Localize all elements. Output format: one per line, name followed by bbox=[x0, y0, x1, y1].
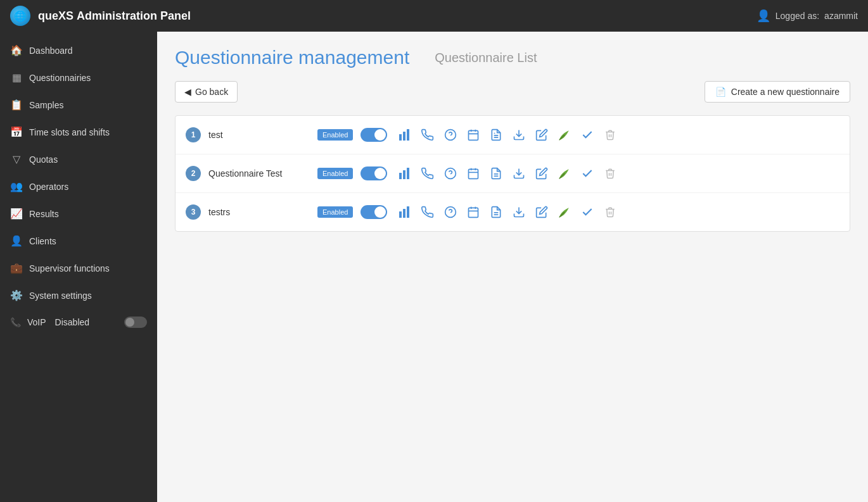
leaf-icon[interactable] bbox=[554, 163, 575, 184]
sidebar-item-label: Time slots and shifts bbox=[29, 127, 147, 137]
notes-icon[interactable] bbox=[486, 125, 506, 145]
sidebar-item-clients[interactable]: 👤 Clients bbox=[0, 227, 157, 254]
notes-icon[interactable] bbox=[486, 163, 506, 184]
delete-icon[interactable] bbox=[600, 202, 620, 222]
row-number: 1 bbox=[186, 127, 201, 142]
voip-item: 📞 VoIP Disabled bbox=[0, 309, 157, 336]
svg-rect-27 bbox=[403, 209, 405, 218]
sidebar-item-label: System settings bbox=[29, 291, 147, 301]
edit-icon[interactable] bbox=[532, 163, 552, 184]
check-icon[interactable] bbox=[577, 125, 597, 145]
sidebar-item-questionnaires[interactable]: ▦ Questionnairies bbox=[0, 64, 157, 91]
row-number: 2 bbox=[186, 166, 201, 181]
delete-icon[interactable] bbox=[600, 125, 620, 145]
sidebar-item-quotas[interactable]: ▽ Quotas bbox=[0, 146, 157, 173]
calendar-icon[interactable] bbox=[463, 163, 483, 184]
supervisor-icon: 💼 bbox=[10, 262, 23, 274]
help-icon[interactable] bbox=[440, 202, 461, 222]
svg-rect-15 bbox=[407, 168, 409, 179]
voip-status: Disabled bbox=[55, 317, 89, 327]
svg-rect-28 bbox=[407, 206, 409, 218]
header-right: 👤 Logged as: azammit bbox=[756, 9, 858, 23]
sidebar-item-dashboard[interactable]: 🏠 Dashboard bbox=[0, 37, 157, 64]
page-subtitle: Questionnaire List bbox=[435, 51, 537, 65]
check-icon[interactable] bbox=[577, 163, 597, 184]
page-title: Questionnaire management bbox=[175, 47, 409, 68]
questionnaire-name: testrs bbox=[208, 207, 310, 217]
svg-rect-26 bbox=[399, 211, 402, 218]
sidebar-item-supervisor[interactable]: 💼 Supervisor functions bbox=[0, 254, 157, 282]
sidebar-item-label: Dashboard bbox=[29, 46, 147, 56]
svg-rect-13 bbox=[399, 173, 402, 179]
operators-icon: 👥 bbox=[10, 180, 23, 192]
timeslots-icon: 📅 bbox=[10, 126, 23, 138]
sidebar-item-timeslots[interactable]: 📅 Time slots and shifts bbox=[0, 118, 157, 146]
user-icon: 👤 bbox=[756, 9, 770, 23]
sidebar-item-label: Clients bbox=[29, 236, 147, 246]
edit-icon[interactable] bbox=[532, 202, 552, 222]
status-badge: Enabled bbox=[317, 206, 353, 218]
statistics-icon[interactable] bbox=[395, 202, 415, 222]
sidebar-item-samples[interactable]: 📋 Samples bbox=[0, 91, 157, 118]
help-icon[interactable] bbox=[440, 125, 461, 145]
main-content: Questionnaire management Questionnaire L… bbox=[157, 32, 868, 502]
svg-rect-31 bbox=[469, 208, 478, 217]
voip-label: VoIP bbox=[27, 317, 46, 327]
status-badge: Enabled bbox=[317, 129, 353, 141]
statistics-icon[interactable] bbox=[395, 125, 415, 145]
svg-rect-2 bbox=[407, 129, 409, 141]
table-row: 3 testrs Enabled bbox=[176, 193, 850, 231]
questionnaire-name: test bbox=[208, 130, 310, 140]
download-icon[interactable] bbox=[509, 125, 529, 145]
go-back-label: Go back bbox=[195, 87, 228, 97]
create-questionnaire-button[interactable]: 📄 Create a new questionnaire bbox=[705, 81, 850, 103]
download-icon[interactable] bbox=[509, 163, 529, 184]
phone-icon[interactable] bbox=[418, 202, 438, 222]
help-icon[interactable] bbox=[440, 163, 461, 184]
create-btn-label: Create a new questionnaire bbox=[731, 87, 839, 97]
go-back-button[interactable]: ◀ Go back bbox=[175, 81, 238, 103]
sidebar-item-system[interactable]: ⚙️ System settings bbox=[0, 282, 157, 309]
logged-as-label: Logged as: bbox=[775, 11, 819, 21]
enable-toggle[interactable] bbox=[361, 166, 387, 180]
questionnaire-table: 1 test Enabled bbox=[175, 115, 850, 232]
edit-icon[interactable] bbox=[532, 125, 552, 145]
calendar-icon[interactable] bbox=[463, 125, 483, 145]
row-number: 3 bbox=[186, 204, 201, 220]
phone-icon[interactable] bbox=[418, 125, 438, 145]
leaf-icon[interactable] bbox=[554, 202, 575, 222]
toolbar: ◀ Go back 📄 Create a new questionnaire bbox=[175, 81, 850, 103]
table-row: 1 test Enabled bbox=[176, 116, 850, 154]
globe-icon: 🌐 bbox=[10, 6, 30, 26]
voip-toggle[interactable] bbox=[124, 317, 147, 328]
enable-toggle[interactable] bbox=[361, 128, 387, 142]
sidebar-item-label: Quotas bbox=[29, 154, 147, 165]
header-title: queXS Administration Panel bbox=[38, 9, 191, 23]
sidebar: 🏠 Dashboard ▦ Questionnairies 📋 Samples … bbox=[0, 32, 157, 502]
download-icon[interactable] bbox=[509, 202, 529, 222]
delete-icon[interactable] bbox=[600, 163, 620, 184]
notes-icon[interactable] bbox=[486, 202, 506, 222]
phone-icon[interactable] bbox=[418, 163, 438, 184]
leaf-icon[interactable] bbox=[554, 125, 575, 145]
action-buttons bbox=[395, 125, 839, 145]
voip-icon: 📞 bbox=[10, 317, 21, 327]
action-buttons bbox=[395, 163, 839, 184]
header-left: 🌐 queXS Administration Panel bbox=[10, 6, 191, 26]
check-icon[interactable] bbox=[577, 202, 597, 222]
sidebar-item-operators[interactable]: 👥 Operators bbox=[0, 173, 157, 200]
sidebar-item-label: Operators bbox=[29, 182, 147, 192]
questionnaire-name: Questionnaire Test bbox=[208, 168, 310, 179]
questionnaires-icon: ▦ bbox=[10, 72, 23, 84]
svg-rect-5 bbox=[469, 130, 478, 140]
sidebar-item-results[interactable]: 📈 Results bbox=[0, 200, 157, 227]
document-icon: 📄 bbox=[715, 87, 726, 97]
calendar-icon[interactable] bbox=[463, 202, 483, 222]
enable-toggle[interactable] bbox=[361, 205, 387, 219]
sidebar-item-label: Results bbox=[29, 209, 147, 219]
statistics-icon[interactable] bbox=[395, 163, 415, 184]
action-buttons bbox=[395, 202, 839, 222]
svg-rect-18 bbox=[469, 169, 478, 179]
quotas-icon: ▽ bbox=[10, 153, 23, 165]
back-arrow-icon: ◀ bbox=[184, 87, 191, 97]
